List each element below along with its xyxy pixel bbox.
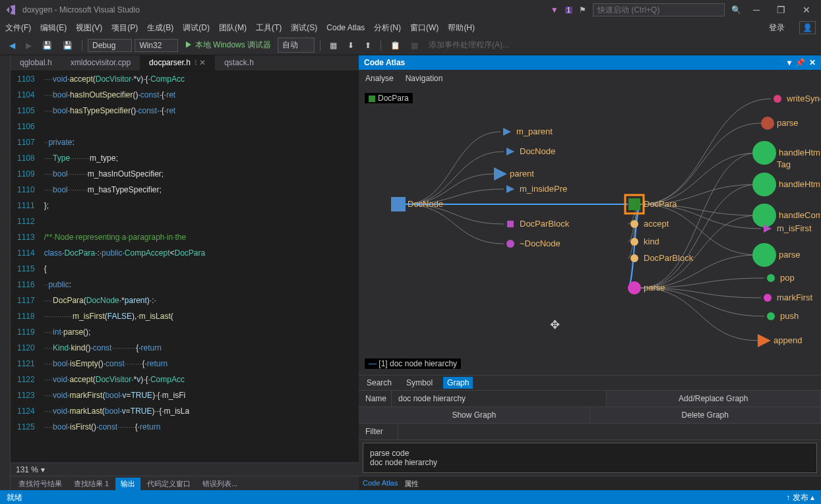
svg-text:markFirst: markFirst [777, 293, 813, 302]
search-icon[interactable]: 🔍 [731, 5, 741, 14]
statusbar: 就绪 ↑ 发布 ▴ [0, 490, 821, 504]
menu-view[interactable]: 视图(V) [76, 22, 102, 34]
svg-text:parse: parse [777, 118, 799, 128]
atlas-title: Code Atlas [364, 58, 787, 67]
close-button[interactable]: ✕ [797, 5, 816, 15]
nav-fwd-icon[interactable]: ▶ [22, 40, 36, 51]
zoom-bar[interactable]: 131 % ▾ [11, 462, 359, 476]
status-ready: 就绪 [7, 492, 22, 503]
quick-launch-input[interactable] [593, 3, 725, 16]
svg-point-13 [630, 220, 638, 228]
tb-icon5[interactable]: ▦ [407, 40, 422, 51]
svg-text:DocNode: DocNode [520, 146, 555, 156]
editor-tab[interactable]: xmldocvisitor.cpp [61, 55, 140, 70]
menu-team[interactable]: 团队(M) [219, 22, 247, 34]
tb-icon3[interactable]: ⬆ [361, 40, 375, 51]
svg-text:handleHtm: handleHtm [779, 148, 820, 157]
config-select[interactable]: Debug [88, 39, 132, 52]
svg-point-37 [764, 294, 772, 302]
menu-codeatlas[interactable]: Code Atlas [326, 23, 365, 32]
menubar: 文件(F) 编辑(E) 视图(V) 项目(P) 生成(B) 调试(D) 团队(M… [0, 20, 821, 36]
svg-rect-11 [628, 198, 640, 210]
output-tab[interactable]: 错误列表... [197, 478, 243, 490]
atlas-dropdown-icon[interactable]: ▾ [787, 58, 791, 67]
saveall-icon[interactable]: 💾 [59, 40, 76, 51]
menu-project[interactable]: 项目(P) [111, 22, 138, 34]
add-handler-button[interactable]: 添加事件处理程序(A)... [425, 38, 513, 52]
editor-tab[interactable]: qglobal.h [11, 55, 61, 70]
svg-rect-0 [391, 197, 406, 211]
output-tab[interactable]: 查找结果 1 [69, 478, 114, 490]
code-area[interactable]: ····void·accept(DocVisitor·*v)·{·CompAcc… [44, 71, 359, 462]
editor-tab[interactable]: qstack.h [215, 55, 263, 70]
maximize-button[interactable]: ❐ [772, 5, 791, 15]
menu-tools[interactable]: 工具(T) [256, 22, 282, 34]
svg-point-30 [752, 204, 776, 227]
target-select[interactable]: 自动 [278, 38, 315, 53]
filter-icon[interactable]: ▼ [551, 5, 559, 14]
svg-point-23 [761, 117, 774, 130]
output-tab[interactable]: 查找符号结果 [13, 478, 67, 490]
svg-point-17 [630, 254, 638, 262]
editor-tab[interactable]: docparser.h⁝ ✕ [140, 55, 215, 70]
save-icon[interactable]: 💾 [38, 40, 56, 51]
publish-button[interactable]: ↑ 发布 ▴ [786, 492, 814, 503]
atlas-tab-symbol[interactable]: Symbol [402, 377, 437, 389]
nav-back-icon[interactable]: ◀ [5, 40, 19, 51]
atlas-pin-icon[interactable]: 📌 [795, 58, 805, 67]
menu-build[interactable]: 生成(B) [147, 22, 173, 34]
atlas-tab-graph[interactable]: Graph [443, 377, 473, 389]
svg-text:m_parent: m_parent [516, 126, 553, 136]
output-tab[interactable]: 代码定义窗口 [142, 478, 196, 490]
tb-icon2[interactable]: ⬇ [344, 40, 358, 51]
notification-badge[interactable]: 1 [565, 7, 573, 14]
line-gutter: 1103110411051106110711081109111011111112… [11, 71, 44, 462]
delete-graph-button[interactable]: Delete Graph [590, 407, 822, 423]
svg-text:DocParBlock: DocParBlock [644, 253, 694, 263]
svg-text:parse: parse [779, 250, 801, 260]
atlas-btab-codeatlas[interactable]: Code Atlas [363, 479, 398, 490]
menu-file[interactable]: 文件(F) [5, 22, 31, 34]
login-link[interactable]: 登录 [769, 22, 785, 34]
svg-text:parse: parse [644, 283, 665, 293]
atlas-close-icon[interactable]: ✕ [809, 58, 816, 67]
avatar-icon[interactable]: 👤 [799, 21, 816, 34]
menu-edit[interactable]: 编辑(E) [40, 22, 67, 34]
menu-test[interactable]: 测试(S) [291, 22, 317, 34]
menu-help[interactable]: 帮助(H) [448, 22, 475, 34]
name-label: Name [359, 391, 392, 406]
atlas-menu-analyse[interactable]: Analyse [365, 74, 394, 83]
svg-point-21 [774, 95, 781, 103]
editor-pane: qglobal.hxmldocvisitor.cppdocparser.h⁝ ✕… [11, 55, 359, 490]
platform-select[interactable]: Win32 [135, 39, 178, 52]
menu-debug[interactable]: 调试(D) [183, 22, 210, 34]
svg-point-33 [752, 243, 776, 267]
start-debug-button[interactable]: ▶ 本地 Windows 调试器 [181, 38, 275, 52]
svg-text:DocPara: DocPara [644, 199, 677, 209]
zoom-level[interactable]: 131 % [16, 465, 38, 474]
svg-text:Tag: Tag [777, 159, 791, 169]
svg-text:pop: pop [780, 273, 795, 283]
atlas-graph[interactable]: DocPara DocNodem_parentDocNodeparentm_in… [359, 87, 821, 375]
tb-icon4[interactable]: 📋 [386, 40, 404, 51]
menu-window[interactable]: 窗口(W) [410, 22, 439, 34]
flag-icon[interactable]: ⚑ [579, 5, 586, 14]
atlas-menu-navigation[interactable]: Navigation [406, 74, 443, 83]
left-toolstrip[interactable] [0, 55, 11, 490]
atlas-btab-properties[interactable]: 属性 [404, 479, 419, 490]
atlas-tab-search[interactable]: Search [363, 377, 396, 389]
move-cursor-icon: ✥ [550, 318, 560, 332]
minimize-button[interactable]: ─ [748, 5, 765, 15]
name-value[interactable]: doc node hierarchy [392, 391, 607, 406]
add-replace-graph-button[interactable]: Add/Replace Graph [607, 391, 822, 406]
output-tab[interactable]: 输出 [115, 478, 140, 490]
tb-icon1[interactable]: ▦ [326, 40, 341, 51]
atlas-titlebar: Code Atlas ▾ 📌 ✕ [359, 55, 821, 70]
menu-analyze[interactable]: 分析(N) [374, 22, 401, 34]
window-title: doxygen - Microsoft Visual Studio [22, 5, 551, 14]
svg-text:handleCom: handleCom [779, 210, 820, 220]
filter-textarea[interactable]: parse code doc node hierarchy [363, 443, 817, 473]
atlas-form: Name doc node hierarchy Add/Replace Grap… [359, 391, 821, 476]
output-tabs: 查找符号结果查找结果 1输出代码定义窗口错误列表... [11, 476, 359, 490]
show-graph-button[interactable]: Show Graph [359, 407, 590, 423]
